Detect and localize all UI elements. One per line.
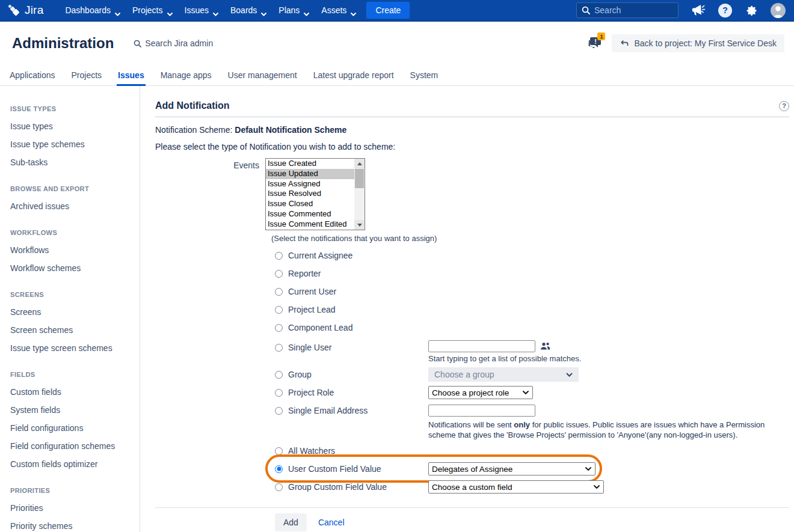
choice-label[interactable]: Component Lead (288, 323, 352, 332)
sidebar-item-priority-schemes[interactable]: Priority schemes (10, 517, 140, 532)
chevron-down-icon (566, 373, 573, 377)
sidebar-item-screens[interactable]: Screens (10, 303, 140, 321)
settings-gear-icon[interactable] (745, 4, 758, 17)
tab-projects[interactable]: Projects (72, 65, 102, 85)
choice-label[interactable]: Project Role (288, 388, 334, 397)
choice-label[interactable]: Reporter (288, 269, 321, 278)
user-custom-field-select[interactable]: Delegates of Assignee (428, 462, 596, 475)
radio-current-assignee[interactable] (275, 252, 283, 260)
jira-logo[interactable]: Jira (7, 4, 43, 17)
sidebar-item-custom-fields-optimizer[interactable]: Custom fields optimizer (10, 455, 140, 473)
choice-label[interactable]: User Custom Field Value (288, 464, 381, 474)
user-avatar[interactable] (771, 3, 786, 18)
svg-text:!: ! (595, 38, 597, 45)
choice-row-single-email: Single Email Address (155, 402, 789, 420)
search-icon (582, 6, 590, 14)
nav-issues[interactable]: Issues (179, 0, 224, 20)
sidebar-item-workflow-schemes[interactable]: Workflow schemes (10, 259, 140, 277)
radio-component-lead[interactable] (275, 324, 283, 332)
radio-group-custom-field[interactable] (275, 483, 283, 491)
sidebar-item-system-fields[interactable]: System fields (10, 401, 140, 419)
choice-label[interactable]: Single Email Address (288, 406, 368, 415)
sidebar-item-field-configurations[interactable]: Field configurations (10, 419, 140, 437)
events-listbox[interactable]: Issue Created Issue Updated Issue Assign… (265, 158, 365, 230)
radio-all-watchers[interactable] (275, 447, 283, 455)
panel-help-icon[interactable]: ? (779, 101, 789, 111)
sidebar-item-field-configuration-schemes[interactable]: Field configuration schemes (10, 437, 140, 455)
tab-latest-upgrade-report[interactable]: Latest upgrade report (313, 65, 394, 85)
choice-label[interactable]: Single User (288, 343, 331, 352)
global-search[interactable] (576, 2, 679, 18)
tab-issues[interactable]: Issues (118, 65, 144, 85)
radio-single-email[interactable] (275, 407, 283, 415)
nav-plans[interactable]: Plans (272, 0, 315, 20)
radio-reporter[interactable] (275, 270, 283, 278)
sidebar-section-title: ISSUE TYPES (10, 102, 140, 117)
radio-user-custom-field[interactable] (275, 465, 283, 473)
admin-search-label: Search Jira admin (145, 38, 213, 48)
cancel-link[interactable]: Cancel (318, 518, 345, 527)
sidebar-item-issue-types[interactable]: Issue types (10, 117, 140, 135)
event-option-selected[interactable]: Issue Updated (266, 169, 354, 179)
radio-current-user[interactable] (275, 288, 283, 296)
event-option[interactable]: Issue Assigned (266, 179, 354, 189)
scroll-up-icon[interactable] (354, 159, 365, 168)
choice-label[interactable]: All Watchers (288, 446, 335, 456)
tab-applications[interactable]: Applications (10, 65, 55, 85)
event-option[interactable]: Issue Comment Edited (266, 219, 354, 230)
sidebar-section-screens: SCREENS Screens Screen schemes Issue typ… (10, 287, 140, 357)
listbox-scrollbar[interactable] (354, 159, 365, 230)
tab-manage-apps[interactable]: Manage apps (161, 65, 212, 85)
group-custom-field-select[interactable]: Choose a custom field (428, 480, 604, 494)
nav-assets[interactable]: Assets (315, 0, 362, 20)
choice-label[interactable]: Current User (288, 287, 336, 296)
radio-project-role[interactable] (275, 389, 283, 397)
tab-user-management[interactable]: User management (228, 65, 297, 85)
events-row: Events Issue Created Issue Updated Issue… (155, 158, 789, 230)
tab-system[interactable]: System (410, 65, 439, 85)
sidebar-section-fields: FIELDS Custom fields System fields Field… (10, 367, 140, 473)
single-user-input[interactable] (428, 340, 535, 352)
sidebar-item-sub-tasks[interactable]: Sub-tasks (10, 153, 140, 171)
single-email-input[interactable] (428, 405, 535, 417)
add-button[interactable]: Add (275, 513, 307, 531)
nav-boards[interactable]: Boards (224, 0, 272, 20)
scroll-down-icon[interactable] (354, 220, 365, 230)
choice-label[interactable]: Group (288, 370, 312, 379)
sidebar-item-issue-type-screen-schemes[interactable]: Issue type screen schemes (10, 339, 140, 357)
group-select[interactable]: Choose a group (428, 367, 579, 382)
feedback-bubble-icon[interactable]: ! 1 (587, 35, 604, 52)
sidebar-item-screen-schemes[interactable]: Screen schemes (10, 321, 140, 339)
sidebar-item-custom-fields[interactable]: Custom fields (10, 383, 140, 401)
panel-title: Add Notification (155, 100, 230, 111)
create-button[interactable]: Create (366, 2, 410, 19)
event-option[interactable]: Issue Resolved (266, 189, 354, 199)
email-note-part1: Notifications will be sent (428, 420, 514, 429)
sidebar-item-issue-type-schemes[interactable]: Issue type schemes (10, 135, 140, 153)
radio-group[interactable] (275, 371, 283, 379)
sidebar-item-archived-issues[interactable]: Archived issues (10, 197, 140, 215)
event-option[interactable]: Issue Commented (266, 209, 354, 219)
event-option[interactable]: Issue Created (266, 159, 354, 169)
nav-projects[interactable]: Projects (126, 0, 179, 20)
chevron-down-icon (213, 8, 218, 12)
help-icon[interactable]: ? (718, 4, 732, 17)
back-to-project-button[interactable]: Back to project: My First Service Desk (612, 34, 784, 52)
choice-label[interactable]: Current Assignee (288, 251, 352, 260)
announcements-icon[interactable] (691, 4, 706, 17)
event-option[interactable]: Issue Closed (266, 199, 354, 209)
sidebar-item-workflows[interactable]: Workflows (10, 241, 140, 259)
project-role-select[interactable]: Choose a project role (428, 386, 533, 399)
choice-row-group-custom-field: Group Custom Field Value Choose a custom… (155, 478, 789, 496)
nav-dashboards[interactable]: Dashboards (59, 0, 126, 20)
admin-search[interactable]: Search Jira admin (134, 38, 213, 48)
choice-label[interactable]: Group Custom Field Value (288, 482, 387, 492)
global-search-input[interactable] (594, 5, 660, 15)
user-picker-icon[interactable] (540, 342, 550, 350)
radio-single-user[interactable] (275, 344, 283, 352)
radio-project-lead[interactable] (275, 306, 283, 314)
sidebar-item-priorities[interactable]: Priorities (10, 499, 140, 517)
choice-label[interactable]: Project Lead (288, 305, 336, 314)
single-user-hint: Start typing to get a list of possible m… (428, 354, 581, 363)
scrollbar-thumb[interactable] (355, 169, 364, 188)
